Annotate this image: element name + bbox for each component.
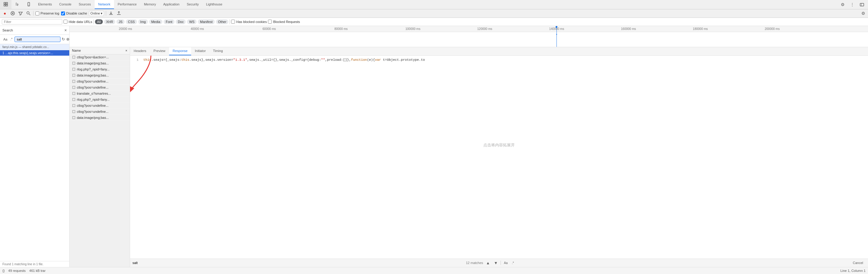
- clear-button[interactable]: [10, 10, 16, 16]
- filter-input[interactable]: [2, 19, 62, 25]
- tab-application[interactable]: Application: [160, 0, 183, 9]
- search-button[interactable]: [25, 10, 31, 16]
- tab-security[interactable]: Security: [183, 0, 202, 9]
- svg-point-5: [28, 5, 29, 6]
- preserve-log-input[interactable]: [35, 11, 39, 16]
- blocked-requests-input[interactable]: [268, 20, 272, 24]
- svg-rect-16: [72, 74, 75, 77]
- name-column-header: Name ×: [69, 47, 130, 55]
- import-button[interactable]: [108, 10, 114, 16]
- more-button[interactable]: ⋮: [849, 1, 856, 8]
- request-row-9[interactable]: ctlog?pos=undefine...: [69, 109, 130, 115]
- blocked-requests-checkbox[interactable]: Blocked Requests: [268, 20, 300, 24]
- filter-type-manifest[interactable]: Manifest: [198, 19, 215, 24]
- next-match-button[interactable]: ▼: [493, 260, 499, 266]
- search-clear-button[interactable]: ⊗: [66, 37, 69, 41]
- has-blocked-cookies-checkbox[interactable]: Has blocked cookies: [231, 20, 267, 24]
- filter-type-js[interactable]: JS: [117, 19, 125, 24]
- detail-tab-timing[interactable]: Timing: [209, 47, 226, 55]
- hide-data-urls-input[interactable]: [63, 20, 67, 24]
- match-count: 12 matches: [466, 261, 483, 265]
- transfer-size: 461 kB trar: [29, 269, 46, 273]
- request-row-8[interactable]: ctlog?pos=undefine...: [69, 103, 130, 109]
- request-row-4[interactable]: ctlog?pos=undefine...: [69, 79, 130, 85]
- format-braces-button[interactable]: {}: [2, 269, 4, 273]
- prev-match-button[interactable]: ▲: [485, 260, 491, 266]
- svg-rect-6: [860, 3, 864, 6]
- tick-40000: 40000 ms: [190, 27, 204, 31]
- response-search-input[interactable]: [132, 261, 464, 265]
- svg-line-12: [29, 14, 30, 15]
- detail-tab-headers[interactable]: Headers: [130, 47, 150, 55]
- disable-cache-input[interactable]: [61, 11, 65, 16]
- filter-type-css[interactable]: CSS: [126, 19, 137, 24]
- undock-button[interactable]: [858, 1, 866, 8]
- close-x-header[interactable]: ×: [125, 49, 127, 52]
- svg-rect-20: [72, 98, 75, 101]
- disable-cache-checkbox[interactable]: Disable cache: [61, 11, 87, 16]
- search-refresh-button[interactable]: ↻: [62, 37, 65, 41]
- regex-response-button[interactable]: .*: [511, 260, 515, 266]
- filter-type-img[interactable]: Img: [138, 19, 148, 24]
- hide-data-urls-checkbox[interactable]: Hide data URLs: [63, 20, 92, 24]
- file-icon-10: [72, 116, 75, 119]
- detail-tab-preview[interactable]: Preview: [150, 47, 169, 55]
- search-result-file-item[interactable]: fanyi.min.js — shared.ydstatic.co...: [0, 44, 69, 50]
- timeline-marker-mid: [556, 34, 557, 35]
- file-icon-2: [72, 67, 75, 71]
- svg-rect-18: [72, 86, 75, 89]
- export-button[interactable]: [116, 10, 122, 16]
- search-close-button[interactable]: ×: [64, 28, 67, 33]
- has-blocked-cookies-input[interactable]: [231, 20, 235, 24]
- expand-hint[interactable]: 点击将内容拓展开: [132, 86, 866, 205]
- tab-elements[interactable]: Elements: [34, 0, 56, 9]
- match-case-response-button[interactable]: Aa: [503, 260, 509, 266]
- match-case-button[interactable]: Aa: [2, 37, 8, 42]
- tab-memory[interactable]: Memory: [140, 0, 160, 9]
- tab-network[interactable]: Network: [95, 0, 114, 9]
- cancel-search-button[interactable]: Cancel: [850, 260, 866, 266]
- file-icon-4: [72, 80, 75, 83]
- request-row-10[interactable]: data:image/png;bas...: [69, 115, 130, 121]
- tab-mobile-icon[interactable]: [23, 0, 34, 9]
- expand-settings-icon[interactable]: ⚙: [860, 10, 866, 16]
- tick-200000: 200000 ms: [765, 27, 779, 31]
- tick-20000: 20000 ms: [119, 27, 132, 31]
- request-row-1[interactable]: data:image/png;bas...: [69, 60, 130, 66]
- detail-tab-response[interactable]: Response: [169, 47, 191, 55]
- settings-button[interactable]: ⚙: [839, 1, 846, 8]
- tab-console[interactable]: Console: [56, 0, 75, 9]
- response-content: 1 this.seajs={_seajs:this.seajs},seajs.v…: [130, 56, 868, 258]
- regex-button[interactable]: .*: [9, 37, 13, 41]
- filter-button[interactable]: [18, 10, 24, 16]
- request-row-6[interactable]: translate_o?smartres...: [69, 91, 130, 97]
- record-button[interactable]: ●: [2, 10, 8, 16]
- filter-type-xhr[interactable]: XHR: [104, 19, 115, 24]
- filter-type-media[interactable]: Media: [149, 19, 162, 24]
- detail-tab-initiator[interactable]: Initiator: [191, 47, 209, 55]
- svg-rect-13: [72, 56, 75, 58]
- request-row-2[interactable]: rlog.php?_npid=fany...: [69, 66, 130, 72]
- tab-cursor-icon[interactable]: [11, 0, 23, 9]
- tab-lighthouse[interactable]: Lighthouse: [202, 0, 226, 9]
- chevron-down-icon: ▾: [101, 11, 102, 16]
- tick-60000: 60000 ms: [262, 27, 276, 31]
- filter-type-other[interactable]: Other: [216, 19, 229, 24]
- filter-type-all[interactable]: All: [95, 19, 103, 24]
- filter-type-font[interactable]: Font: [164, 19, 175, 24]
- request-row-0[interactable]: ctlog?pos=&action=...: [69, 55, 130, 60]
- search-result-row[interactable]: 1 ...ajs:this.seajs},seajs.version=...: [0, 50, 69, 56]
- online-select[interactable]: Online ▾: [89, 11, 104, 16]
- request-row-5[interactable]: ctlog?pos=undefine...: [69, 85, 130, 91]
- tab-performance[interactable]: Performance: [114, 0, 140, 9]
- request-row-7[interactable]: rlog.php?_npid=fany...: [69, 97, 130, 103]
- request-name-6: translate_o?smartres...: [77, 92, 111, 95]
- preserve-log-checkbox[interactable]: Preserve log: [35, 11, 59, 16]
- filter-type-ws[interactable]: WS: [187, 19, 196, 24]
- tab-sources[interactable]: Sources: [75, 0, 94, 9]
- request-row-3[interactable]: data:image/png;bas...: [69, 72, 130, 79]
- filter-type-doc[interactable]: Doc: [176, 19, 186, 24]
- search-input[interactable]: [14, 37, 61, 42]
- status-bar: {} 49 requests 461 kB trar Line 1, Colum…: [0, 267, 868, 274]
- tab-devtools-icon[interactable]: [0, 0, 11, 9]
